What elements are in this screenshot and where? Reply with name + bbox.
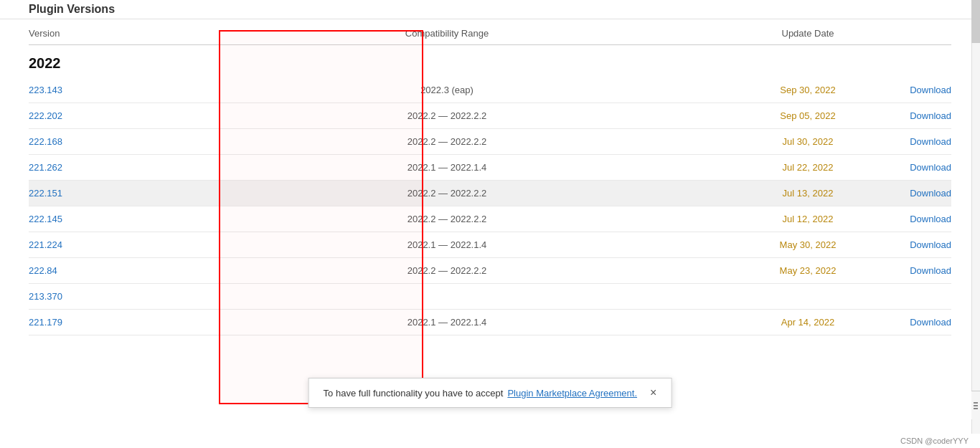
version-link[interactable]: 223.143: [29, 85, 143, 95]
download-button[interactable]: Download: [865, 162, 951, 173]
extra-rows-container: 213.370 221.179 2022.1 — 2022.1.4 Apr 14…: [29, 284, 951, 335]
notification-link[interactable]: Plugin Marketplace Agreement.: [507, 388, 637, 399]
version-link[interactable]: 221.179: [29, 317, 143, 328]
scrollbar-bottom: [971, 391, 980, 419]
date-cell: Jul 22, 2022: [750, 162, 865, 173]
download-button[interactable]: Download: [865, 85, 951, 95]
column-headers: Version Compatibility Range Update Date: [29, 19, 951, 45]
table-row: 221.179 2022.1 — 2022.1.4 Apr 14, 2022 D…: [29, 310, 951, 335]
download-button[interactable]: Download: [865, 110, 951, 121]
date-cell: Jul 12, 2022: [750, 214, 865, 224]
compat-cell: 2022.2 — 2022.2.2: [143, 110, 750, 121]
date-cell: Jul 13, 2022: [750, 188, 865, 199]
table-row: 221.224 2022.1 — 2022.1.4 May 30, 2022 D…: [29, 232, 951, 258]
header-row: Plugin Versions: [0, 0, 980, 19]
date-cell: May 30, 2022: [750, 239, 865, 250]
version-link[interactable]: 222.168: [29, 136, 143, 147]
table-row: 213.370: [29, 284, 951, 310]
version-link[interactable]: 221.262: [29, 162, 143, 173]
col-header-version: Version: [29, 28, 143, 39]
compat-cell: 2022.1 — 2022.1.4: [143, 162, 750, 173]
notification-bar: To have full functionality you have to a…: [308, 378, 672, 408]
compat-cell: 2022.2 — 2022.2.2: [143, 188, 750, 199]
download-button[interactable]: Download: [865, 265, 951, 276]
compat-cell: 2022.2 — 2022.2.2: [143, 136, 750, 147]
table-row: 222.168 2022.2 — 2022.2.2 Jul 30, 2022 D…: [29, 129, 951, 155]
version-link[interactable]: 222.145: [29, 214, 143, 224]
date-cell: Apr 14, 2022: [750, 317, 865, 328]
col-header-compat: Compatibility Range: [143, 28, 750, 39]
page-title: Plugin Versions: [29, 3, 951, 16]
notification-text: To have full functionality you have to a…: [324, 388, 504, 399]
compat-cell: 2022.3 (eap): [143, 85, 750, 95]
table-row: 223.143 2022.3 (eap) Sep 30, 2022 Downlo…: [29, 77, 951, 103]
notification-close-button[interactable]: ×: [650, 387, 656, 399]
date-cell: Sep 05, 2022: [750, 110, 865, 121]
compat-cell: 2022.2 — 2022.2.2: [143, 214, 750, 224]
date-cell: Sep 30, 2022: [750, 85, 865, 95]
scroll-tick-3: [974, 408, 978, 409]
date-cell: Jul 30, 2022: [750, 136, 865, 147]
compat-cell: 2022.1 — 2022.1.4: [143, 317, 750, 328]
table-row: 221.262 2022.1 — 2022.1.4 Jul 22, 2022 D…: [29, 155, 951, 181]
download-button[interactable]: Download: [865, 214, 951, 224]
compat-cell: 2022.2 — 2022.2.2: [143, 265, 750, 276]
download-button[interactable]: Download: [865, 188, 951, 199]
version-link[interactable]: 222.84: [29, 265, 143, 276]
date-cell: May 23, 2022: [750, 265, 865, 276]
scrollbar-thumb[interactable]: [971, 0, 980, 43]
table-row: 222.151 2022.2 — 2022.2.2 Jul 13, 2022 D…: [29, 181, 951, 206]
table-row: 222.145 2022.2 — 2022.2.2 Jul 12, 2022 D…: [29, 206, 951, 232]
version-link[interactable]: 221.224: [29, 239, 143, 250]
download-button[interactable]: Download: [865, 239, 951, 250]
compat-cell: 2022.1 — 2022.1.4: [143, 239, 750, 250]
bottom-bar: CSDN @coderYYY: [0, 434, 980, 448]
scrollbar[interactable]: [971, 0, 980, 448]
version-link[interactable]: 222.151: [29, 188, 143, 199]
page-wrapper: Plugin Versions Version Compatibility Ra…: [0, 0, 980, 448]
version-link[interactable]: 222.202: [29, 110, 143, 121]
version-link[interactable]: 213.370: [29, 291, 143, 302]
rows-container: 223.143 2022.3 (eap) Sep 30, 2022 Downlo…: [29, 77, 951, 284]
download-button[interactable]: Download: [865, 317, 951, 328]
col-header-date: Update Date: [750, 28, 865, 39]
scroll-tick-1: [974, 402, 978, 404]
download-button[interactable]: Download: [865, 136, 951, 147]
watermark-text: CSDN @coderYYY: [900, 437, 969, 445]
table-container: Version Compatibility Range Update Date …: [0, 19, 980, 335]
scroll-tick-2: [974, 405, 978, 406]
table-row: 222.84 2022.2 — 2022.2.2 May 23, 2022 Do…: [29, 258, 951, 284]
section-year-2022: 2022: [29, 45, 951, 77]
table-row: 222.202 2022.2 — 2022.2.2 Sep 05, 2022 D…: [29, 103, 951, 129]
